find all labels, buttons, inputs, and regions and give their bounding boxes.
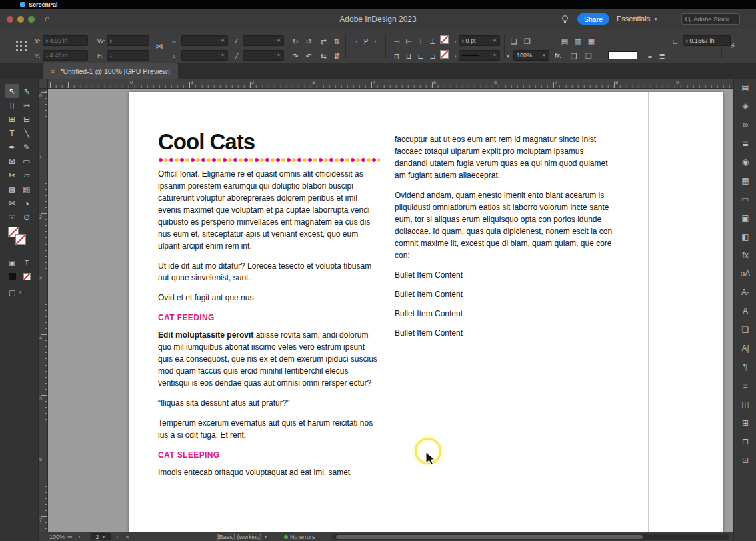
page-number-dropdown[interactable]: 2 ▼ (91, 533, 111, 540)
wrap-none-button[interactable]: ▤ (559, 35, 571, 47)
rotate-180-button[interactable]: ↷ (289, 50, 301, 62)
preflight-status[interactable]: No errors (284, 534, 315, 540)
opacity-field[interactable]: 100%▼ (513, 50, 549, 61)
layers-panel-icon[interactable]: ◈ (738, 100, 753, 112)
align-top-edges-button[interactable]: ⊤ (415, 35, 427, 47)
y-position-field[interactable]: ▴▾4.48 in (43, 50, 88, 61)
pages-panel-icon[interactable]: ▤ (738, 81, 753, 93)
fill-color-swatch[interactable] (440, 50, 449, 59)
properties-panel-icon[interactable]: ◧ (738, 231, 753, 243)
direct-selection-tool[interactable]: ⇖ (19, 84, 34, 98)
line-tool[interactable]: ╲ (19, 126, 34, 140)
stroke-color-swatch[interactable] (440, 35, 449, 44)
workspace-switcher[interactable]: Essentials ▼ (617, 15, 658, 23)
formatting-affects-container-button[interactable]: ▣ (5, 256, 19, 270)
quick-actions-lightning-icon[interactable]: ⚡ (727, 40, 739, 52)
flip-horizontal-button[interactable]: ⇄ (317, 35, 329, 47)
first-page-button[interactable]: « (69, 534, 73, 540)
align-left-edges-button[interactable]: ⊣ (391, 35, 403, 47)
color-panel-icon[interactable]: ◉ (738, 156, 753, 168)
swatches-panel-icon[interactable]: ▦ (738, 175, 753, 187)
select-next-object-button[interactable]: › (369, 35, 381, 47)
width-field[interactable]: ▴▾ (107, 35, 149, 46)
table-styles-panel-icon[interactable]: ⊡ (738, 454, 753, 466)
gap-tool[interactable]: ⇿ (19, 98, 34, 112)
mirror-button[interactable]: ⇵ (331, 50, 343, 62)
scale-y-field[interactable]: ▼ (181, 50, 228, 61)
frame-fitting-button[interactable]: ❐ (521, 35, 533, 47)
glyphs-panel-icon[interactable]: A· (738, 286, 753, 298)
pen-tool[interactable]: ✒ (5, 140, 19, 154)
scissors-tool[interactable]: ✂ (5, 168, 19, 182)
gradient-feather-tool[interactable]: ▨ (19, 182, 34, 196)
flip-vertical-button[interactable]: ⇅ (331, 35, 343, 47)
free-transform-tool[interactable]: ▱ (19, 168, 34, 182)
note-tool[interactable]: ✉ (5, 196, 19, 210)
text-align-left-button[interactable]: ≡ (644, 50, 656, 62)
rotate-ccw-button[interactable]: ↺ (303, 35, 315, 47)
document-canvas[interactable]: Cool Cats Officil loriat. Eligname re et… (48, 89, 733, 532)
shear-angle-field[interactable]: ▼ (243, 50, 284, 61)
document-tab[interactable]: × *Untitled-1 @ 100% [GPU Preview] (43, 63, 178, 79)
distribute-left-button[interactable]: ⊓ (391, 50, 403, 62)
text-align-right-button[interactable]: = (668, 50, 680, 62)
close-tab-icon[interactable]: × (51, 67, 55, 75)
rectangle-tool[interactable]: ▭ (19, 154, 34, 168)
table-panel-icon[interactable]: ⊞ (738, 417, 753, 429)
last-page-button[interactable]: » (125, 534, 129, 540)
type-tool[interactable]: T (5, 126, 19, 140)
x-position-field[interactable]: ▴▾4.92 in (43, 35, 88, 46)
corner-radius-field[interactable]: ▴▾0.1667 in (683, 35, 731, 46)
wrap-bounding-box-button[interactable]: ▥ (572, 35, 584, 47)
page-tool[interactable]: ▯ (5, 98, 19, 112)
text-align-center-button[interactable]: ≣ (656, 50, 668, 62)
distribute-top-button[interactable]: ⊏ (415, 50, 427, 62)
cc-libraries-panel-icon[interactable]: ▣ (738, 212, 753, 224)
share-button[interactable]: Share (577, 13, 609, 25)
cell-styles-panel-icon[interactable]: ⊟ (738, 436, 753, 448)
drop-shadow-button[interactable]: ❑ (568, 50, 580, 62)
preflight-profile-dropdown[interactable]: [Basic] (working) ▼ (217, 534, 267, 540)
scrollbar-thumb[interactable] (336, 535, 643, 539)
height-field[interactable]: ▴▾ (107, 50, 149, 61)
corner-options-icon[interactable]: ∟ (669, 35, 681, 47)
zoom-tool[interactable]: ⊙ (19, 210, 34, 224)
align-bottom-edges-button[interactable]: ⊥ (427, 35, 439, 47)
object-styles-panel-icon[interactable]: ❑ (738, 324, 753, 336)
selection-tool[interactable]: ↖ (5, 84, 19, 98)
vertical-ruler[interactable]: 01234567 (39, 89, 48, 532)
eyedropper-tool[interactable]: ◑ (19, 196, 34, 210)
ruler-origin-corner[interactable] (39, 79, 48, 89)
formatting-affects-text-button[interactable]: T (19, 256, 34, 270)
rotate-cw-button[interactable]: ↻ (289, 35, 301, 47)
align-right-edges-button[interactable]: ⊢ (403, 35, 415, 47)
effects-panel-icon[interactable]: fx (738, 249, 753, 261)
zoom-level-dropdown[interactable]: 100% ▼ (49, 534, 71, 540)
rotate-90-button[interactable]: ↶ (303, 50, 315, 62)
links-panel-icon[interactable]: ∞ (738, 119, 753, 131)
effects-button[interactable]: fx. (555, 52, 562, 59)
paragraph-panel-icon[interactable]: ¶ (738, 361, 753, 373)
object-style-button[interactable]: ❒ (583, 50, 595, 62)
character-styles-panel-icon[interactable]: A (738, 305, 753, 317)
content-placer-tool[interactable]: ⊟ (19, 112, 34, 126)
distribute-right-button[interactable]: ⊔ (403, 50, 415, 62)
wrap-object-shape-button[interactable]: ▦ (585, 35, 597, 47)
content-collector-tool[interactable]: ⊞ (5, 112, 19, 126)
discover-lightbulb-icon[interactable] (562, 15, 568, 21)
apply-color-button[interactable] (5, 270, 19, 284)
screen-mode-button[interactable]: ▢▼ (9, 286, 29, 298)
distribute-bottom-button[interactable]: ⊐ (427, 50, 439, 62)
horizontal-ruler[interactable]: 0123456789 (48, 79, 733, 89)
text-wrap-panel-icon[interactable]: A| (738, 342, 753, 354)
constrain-proportions-icon[interactable]: ⋈ (153, 40, 165, 52)
adobe-stock-search[interactable]: Adobe Stock (681, 13, 740, 25)
previous-page-button[interactable]: ‹ (79, 534, 81, 540)
stroke-weight-field[interactable]: ▴▾0 pt▼ (459, 35, 500, 46)
flip-both-button[interactable]: ⇆ (317, 50, 329, 62)
rectangle-frame-tool[interactable]: ⊠ (5, 154, 19, 168)
apply-none-button[interactable] (19, 270, 34, 284)
stroke-type-dropdown[interactable]: ▼ (459, 50, 500, 61)
object-style-preview-swatch[interactable] (608, 51, 637, 59)
pathfinder-panel-icon[interactable]: ◫ (738, 398, 753, 410)
